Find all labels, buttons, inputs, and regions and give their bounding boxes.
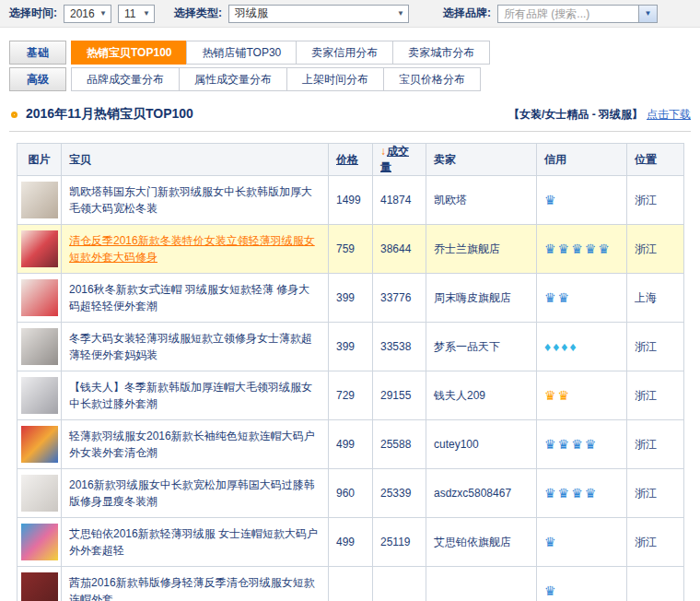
chevron-down-icon: ▼ [143, 9, 150, 18]
price-cell: 399 [329, 323, 373, 371]
product-title-link[interactable]: 轻薄款羽绒服女2016新款长袖纯色短款连帽大码户外女装外套清仓潮 [69, 428, 321, 461]
month-select-value: 11 [124, 7, 135, 20]
product-thumbnail[interactable] [21, 230, 58, 267]
tab-listing-time-distribution[interactable]: 上架时间分布 [286, 67, 384, 91]
product-thumbnail[interactable] [21, 426, 58, 463]
table-row: 艾思铂依2016新款轻薄羽绒服 女士连帽短款大码户外外套超轻 499 25119… [18, 518, 684, 567]
price-cell: 1499 [329, 176, 373, 225]
crown-blue-icon: ♛ [571, 486, 583, 501]
price-cell: 960 [329, 469, 373, 518]
credit-cell: ♛♛♛♛ [537, 469, 627, 518]
seller-cell[interactable]: 钱夫人209 [426, 371, 537, 420]
seller-cell[interactable] [426, 567, 537, 601]
location-cell: 浙江 [627, 323, 684, 371]
crown-blue-icon: ♛ [558, 242, 570, 256]
brand-combo: ▼ [497, 5, 658, 23]
tab-group-basic[interactable]: 基础 [9, 41, 66, 65]
tab-brand-volume-distribution[interactable]: 品牌成交量分布 [71, 67, 180, 91]
volume-cell [373, 567, 426, 601]
product-thumbnail[interactable] [21, 182, 58, 218]
col-volume-sort[interactable]: ↓成交量 [373, 144, 426, 176]
crown-blue-icon: ♛ [585, 486, 597, 501]
tab-seller-credit-distribution[interactable]: 卖家信用分布 [296, 41, 393, 65]
diamond-blue-icon: ♦ [561, 339, 567, 354]
year-select[interactable]: 2016 ▼ [64, 5, 111, 23]
tab-hot-shops-top30[interactable]: 热销店铺TOP30 [186, 41, 297, 65]
price-cell: 499 [329, 420, 373, 469]
product-title-link[interactable]: 2016秋冬新款女式连帽 羽绒服女短款轻薄 修身大码超轻轻便外套潮 [69, 281, 321, 314]
crown-blue-icon: ♛ [544, 583, 556, 598]
price-cell: 759 [329, 225, 373, 274]
diamond-blue-icon: ♦ [553, 339, 559, 354]
category-breadcrumb: 【女装/女士精品 - 羽绒服】 [508, 107, 643, 123]
sort-desc-icon: ↓ [380, 145, 386, 158]
crown-blue-icon: ♛ [571, 242, 583, 256]
tab-item-price-distribution[interactable]: 宝贝价格分布 [383, 67, 481, 91]
crown-blue-icon: ♛ [598, 242, 610, 256]
seller-cell[interactable]: 周末嗨皮旗舰店 [426, 274, 537, 323]
download-link[interactable]: 点击下载 [647, 107, 691, 123]
location-cell: 浙江 [627, 225, 684, 274]
crown-gold-icon: ♛ [558, 388, 570, 403]
seller-cell[interactable]: 艾思铂依旗舰店 [426, 518, 537, 567]
product-thumbnail[interactable] [21, 279, 58, 316]
seller-cell[interactable]: 凯欧塔 [426, 176, 537, 225]
chevron-down-icon: ▼ [645, 9, 652, 18]
basic-tab-row: 基础 热销宝贝TOP100 热销店铺TOP30 卖家信用分布 卖家城市分布 [9, 41, 691, 65]
col-image: 图片 [18, 144, 62, 176]
table-row: 【钱夫人】冬季新款韩版加厚连帽大毛领羽绒服女中长款过膝外套潮 729 29155… [18, 371, 684, 420]
product-title-link[interactable]: 2016新款羽绒服女中长款宽松加厚韩国大码过膝韩版修身显瘦冬装潮 [69, 477, 321, 510]
crown-blue-icon: ♛ [571, 437, 583, 452]
col-price-sort[interactable]: 价格 [329, 144, 373, 176]
section-header: 2016年11月热销宝贝TOP100 【女装/女士精品 - 羽绒服】 点击下载 [9, 106, 691, 132]
seller-cell[interactable]: asdzxc5808467 [426, 469, 537, 518]
product-title-link[interactable]: 清仓反季2016新款冬装特价女装立领轻薄羽绒服女短款外套大码修身 [69, 232, 321, 265]
type-select[interactable]: 羽绒服 ▼ [228, 5, 409, 23]
crown-blue-icon: ♛ [544, 535, 556, 549]
price-cell: 729 [329, 371, 373, 420]
month-select[interactable]: 11 ▼ [118, 5, 155, 23]
crown-blue-icon: ♛ [544, 193, 556, 207]
page-title: 2016年11月热销宝贝TOP100 [26, 106, 193, 123]
tab-attribute-volume-distribution[interactable]: 属性成交量分布 [179, 67, 287, 91]
seller-cell[interactable]: 梦系一品天下 [426, 323, 537, 371]
volume-cell: 25588 [373, 420, 426, 469]
product-thumbnail[interactable] [21, 328, 58, 365]
product-title-link[interactable]: 茜茄2016新款韩版修身轻薄反季清仓羽绒服女短款连帽外套 [69, 574, 321, 601]
product-title-link[interactable]: 冬季大码女装轻薄羽绒服短款立领修身女士薄款超薄轻便外套妈妈装 [69, 330, 321, 363]
tab-group-advanced[interactable]: 高级 [9, 67, 66, 91]
credit-cell: ♛ [537, 567, 627, 601]
price-cell: 499 [329, 518, 373, 567]
chevron-down-icon: ▼ [397, 9, 404, 18]
product-thumbnail[interactable] [21, 475, 58, 512]
table-header-row: 图片 宝贝 价格 ↓成交量 卖家 信用 位置 [18, 144, 684, 176]
credit-cell: ♦♦♦♦ [537, 323, 627, 371]
diamond-blue-icon: ♦ [569, 339, 576, 354]
volume-cell: 41874 [373, 176, 426, 225]
product-thumbnail[interactable] [21, 524, 58, 560]
table-row: 凯欧塔韩国东大门新款羽绒服女中长款韩版加厚大毛领大码宽松冬装 1499 4187… [18, 176, 684, 225]
volume-cell: 38644 [373, 225, 426, 274]
crown-blue-icon: ♛ [585, 437, 597, 452]
page: { "colors": { "accent_orange": "#ff8800"… [0, 0, 700, 601]
diamond-blue-icon: ♦ [544, 339, 551, 354]
product-thumbnail[interactable] [21, 377, 58, 414]
chevron-down-icon: ▼ [99, 9, 107, 18]
location-cell: 浙江 [627, 371, 684, 420]
price-cell: 399 [329, 274, 373, 323]
col-seller: 卖家 [426, 144, 537, 176]
table-row: 茜茄2016新款韩版修身轻薄反季清仓羽绒服女短款连帽外套 ♛ [18, 567, 684, 601]
brand-search-input[interactable] [498, 6, 638, 22]
table-row: 2016秋冬新款女式连帽 羽绒服女短款轻薄 修身大码超轻轻便外套潮 399 33… [18, 274, 684, 323]
product-title-link[interactable]: 艾思铂依2016新款轻薄羽绒服 女士连帽短款大码户外外套超轻 [69, 525, 321, 559]
credit-cell: ♛♛♛♛♛ [537, 225, 627, 274]
seller-cell[interactable]: cutey100 [426, 420, 537, 469]
tab-seller-city-distribution[interactable]: 卖家城市分布 [392, 41, 490, 65]
tab-hot-items-top100[interactable]: 热销宝贝TOP100 [71, 41, 187, 65]
product-thumbnail[interactable] [21, 572, 58, 601]
product-title-link[interactable]: 凯欧塔韩国东大门新款羽绒服女中长款韩版加厚大毛领大码宽松冬装 [69, 183, 321, 217]
brand-dropdown-button[interactable]: ▼ [638, 6, 657, 22]
product-title-link[interactable]: 【钱夫人】冬季新款韩版加厚连帽大毛领羽绒服女中长款过膝外套潮 [69, 379, 321, 412]
seller-cell[interactable]: 乔士兰旗舰店 [426, 225, 537, 274]
crown-blue-icon: ♛ [558, 486, 570, 501]
